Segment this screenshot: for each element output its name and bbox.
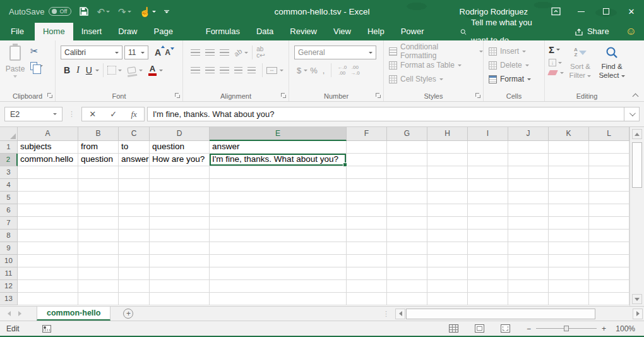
select-all-button[interactable] (0, 127, 18, 141)
cell-H6[interactable] (427, 204, 468, 217)
tab-draw[interactable]: Draw (110, 23, 145, 40)
cell-C8[interactable] (119, 230, 150, 242)
cell-H7[interactable] (427, 217, 468, 230)
cut-button[interactable]: ✂ (30, 46, 43, 57)
cell-K5[interactable] (549, 192, 589, 204)
cell-A12[interactable] (18, 280, 78, 293)
cell-F2[interactable] (347, 154, 387, 166)
cell-A3[interactable] (18, 166, 78, 179)
cell-E8[interactable] (210, 230, 347, 242)
column-header-L[interactable]: L (589, 127, 629, 141)
cell-H9[interactable] (427, 242, 468, 255)
cell-K8[interactable] (549, 230, 589, 242)
cell-H1[interactable] (427, 141, 468, 154)
cell-D4[interactable] (150, 179, 210, 192)
scroll-right-button[interactable] (633, 309, 643, 319)
row-header-8[interactable]: 8 (0, 230, 18, 242)
cell-L2[interactable] (589, 154, 629, 166)
cell-K2[interactable] (549, 154, 589, 166)
row-header-2[interactable]: 2 (0, 154, 18, 166)
format-cells-button[interactable]: Format (484, 72, 544, 86)
cell-E6[interactable] (210, 204, 347, 217)
fill-color-button[interactable] (127, 66, 136, 74)
minimize-button[interactable] (568, 0, 593, 23)
cell-C7[interactable] (119, 217, 150, 230)
cell-G7[interactable] (387, 217, 427, 230)
sheet-tab-common-hello[interactable]: common-hello (37, 307, 110, 321)
cell-C1[interactable]: to (119, 141, 150, 154)
cell-L12[interactable] (589, 280, 629, 293)
row-header-13[interactable]: 13 (0, 293, 18, 305)
save-button[interactable] (80, 7, 88, 16)
cell-L11[interactable] (589, 267, 629, 280)
cell-I9[interactable] (468, 242, 508, 255)
cell-A2[interactable]: common.hello (18, 154, 78, 166)
styles-dialog-launcher[interactable] (475, 93, 480, 98)
page-break-preview-button[interactable] (501, 324, 510, 333)
cell-E9[interactable] (210, 242, 347, 255)
row-header-10[interactable]: 10 (0, 255, 18, 267)
orientation-button[interactable]: ab (233, 47, 243, 58)
cell-A8[interactable] (18, 230, 78, 242)
cell-K4[interactable] (549, 179, 589, 192)
find-select-button[interactable]: Find & Select (597, 43, 627, 95)
decrease-indent-button[interactable] (234, 67, 242, 73)
cell-I6[interactable] (468, 204, 508, 217)
cell-A1[interactable]: subjects (18, 141, 78, 154)
comma-button[interactable]: , (320, 66, 328, 75)
cell-A7[interactable] (18, 217, 78, 230)
column-header-K[interactable]: K (549, 127, 589, 141)
cell-E13[interactable] (210, 293, 347, 305)
cell-L4[interactable] (589, 179, 629, 192)
cell-F6[interactable] (347, 204, 387, 217)
increase-indent-button[interactable] (247, 67, 256, 73)
horizontal-scroll-thumb[interactable] (406, 309, 595, 319)
cell-F8[interactable] (347, 230, 387, 242)
format-as-table-button[interactable]: Format as Table (384, 58, 483, 72)
cell-L8[interactable] (589, 230, 629, 242)
cell-B6[interactable] (78, 204, 119, 217)
merge-center-button[interactable] (266, 67, 277, 74)
cell-K3[interactable] (549, 166, 589, 179)
cell-I4[interactable] (468, 179, 508, 192)
maximize-button[interactable] (593, 0, 619, 23)
cell-D1[interactable]: question (150, 141, 210, 154)
cell-C2[interactable]: answer (119, 154, 150, 166)
redo-button[interactable]: ↷ (118, 7, 131, 16)
cell-C6[interactable] (119, 204, 150, 217)
cell-G1[interactable] (387, 141, 427, 154)
tab-help[interactable]: Help (359, 23, 393, 40)
cell-H8[interactable] (427, 230, 468, 242)
cell-F12[interactable] (347, 280, 387, 293)
cell-A4[interactable] (18, 179, 78, 192)
cell-L6[interactable] (589, 204, 629, 217)
cell-styles-button[interactable]: Cell Styles (384, 72, 483, 86)
font-color-dropdown-icon[interactable] (159, 70, 163, 71)
scroll-down-button[interactable] (632, 294, 642, 304)
ribbon-display-options-button[interactable] (543, 0, 568, 23)
cell-G2[interactable] (387, 154, 427, 166)
cell-J4[interactable] (508, 179, 549, 192)
cell-G4[interactable] (387, 179, 427, 192)
column-header-G[interactable]: G (387, 127, 427, 141)
cell-H5[interactable] (427, 192, 468, 204)
cell-F11[interactable] (347, 267, 387, 280)
cell-I5[interactable] (468, 192, 508, 204)
cell-I13[interactable] (468, 293, 508, 305)
cell-E11[interactable] (210, 267, 347, 280)
cell-E10[interactable] (210, 255, 347, 267)
row-header-4[interactable]: 4 (0, 179, 18, 192)
cell-H2[interactable] (427, 154, 468, 166)
cell-D9[interactable] (150, 242, 210, 255)
row-header-7[interactable]: 7 (0, 217, 18, 230)
cell-H12[interactable] (427, 280, 468, 293)
increase-decimal-button[interactable]: ←.0 .00 (335, 64, 349, 76)
cell-K1[interactable] (549, 141, 589, 154)
scroll-left-button[interactable] (395, 309, 405, 319)
shrink-font-button[interactable]: A (163, 48, 172, 57)
alignment-dialog-launcher[interactable] (281, 93, 286, 98)
sheetbar-separator-dots[interactable]: ⋮ (383, 310, 390, 318)
cell-B1[interactable]: from (78, 141, 119, 154)
zoom-level[interactable]: 100% (611, 324, 635, 333)
column-header-J[interactable]: J (508, 127, 549, 141)
